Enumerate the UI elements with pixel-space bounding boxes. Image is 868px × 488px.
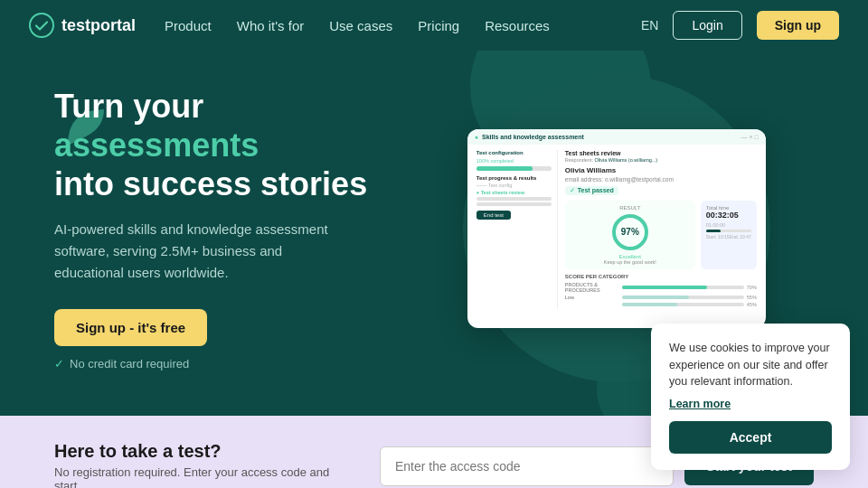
mock-category-row-3: 45% (565, 302, 757, 307)
nav-product[interactable]: Product (165, 18, 212, 33)
mock-time-value: 00:32:05 (706, 211, 751, 220)
mock-score-box: RESULT 97% Excellent Keep up the good wo… (565, 201, 695, 269)
mock-score-circle: 97% (612, 214, 648, 250)
mock-step-1: ─── Test config (476, 183, 552, 188)
mock-scores-section: SCORE PER CATEGORY PRODUCTS & PROCEDURES… (565, 274, 757, 307)
mock-content: Test configuration 100% completed Test p… (476, 150, 757, 309)
mock-progress-fill (476, 166, 533, 171)
mock-cat-label-2: Low (565, 295, 619, 300)
mock-section-review: Test sheets review (565, 150, 757, 156)
mock-right-panel: Test sheets review Respondent: Olivia Wi… (565, 150, 757, 309)
mock-section-title: Test configuration (476, 150, 552, 155)
hero-text: Turn your assessments into success stori… (54, 87, 383, 371)
hero-title-highlight: assessments (54, 127, 259, 164)
cookie-learn-more[interactable]: Learn more (669, 398, 832, 410)
mock-cat-bar-bg-2 (622, 296, 744, 299)
mock-cat-label-1: PRODUCTS & PROCEDURES (565, 282, 619, 293)
nav-resources[interactable]: Resources (485, 18, 550, 33)
mock-cat-bar-bg-3 (622, 303, 744, 306)
mock-time-range: Start: 10:15End: 10:47 (706, 234, 751, 239)
mock-email: email address: o.williamg@testportal.com (565, 176, 757, 183)
take-test-subtitle: No registration required. Enter your acc… (54, 465, 344, 488)
hero-subtitle: AI-powered skills and knowledge assessme… (54, 219, 344, 284)
language-selector[interactable]: EN (641, 18, 658, 33)
hero-title: Turn your assessments into success stori… (54, 87, 383, 204)
take-test-title: Here to take a test? (54, 441, 344, 462)
mock-scores-label: SCORE PER CATEGORY (565, 274, 757, 279)
navbar: testportal Product Who it's for Use case… (0, 0, 868, 51)
mock-name: Olivia Williams (565, 166, 757, 174)
nav-pricing[interactable]: Pricing (418, 18, 459, 33)
hero-image: ● Skills and knowledge assessment — × □ … (420, 129, 814, 328)
mock-time-bar (706, 230, 751, 232)
nav-right: EN Login Sign up (641, 11, 839, 40)
mock-cat-val-1: 70% (747, 285, 757, 290)
signup-hero-button[interactable]: Sign up - it's free (54, 309, 207, 346)
nav-links: Product Who it's for Use cases Pricing R… (165, 18, 612, 33)
login-button[interactable]: Login (673, 11, 741, 40)
mock-cat-bar-fill-2 (622, 296, 689, 299)
mock-result-label: RESULT (571, 205, 690, 211)
mock-respondent: Respondent: Olivia Williams (o.williamg.… (565, 157, 757, 163)
hero-title-prefix: Turn your (54, 88, 203, 125)
mock-mini-bar-1 (476, 197, 552, 201)
mock-category-row-1: PRODUCTS & PROCEDURES 70% (565, 282, 757, 293)
mock-time-bar-fill (706, 230, 722, 232)
mock-category-row-2: Low 55% (565, 295, 757, 300)
hero-title-suffix: into success stories (54, 165, 367, 202)
mock-left-panel: Test configuration 100% completed Test p… (476, 150, 558, 309)
nav-use-cases[interactable]: Use cases (329, 18, 392, 33)
mock-status-badge: ✓ Test passed (565, 186, 618, 195)
cookie-banner: We use cookies to improve your experienc… (651, 324, 850, 470)
mock-cat-val-3: 45% (747, 302, 757, 307)
mock-cat-bar-bg-1 (622, 286, 744, 289)
mock-progress-label: 100% completed (476, 158, 552, 164)
mock-results: RESULT 97% Excellent Keep up the good wo… (565, 201, 757, 269)
mock-step-2: ● Test sheets review (476, 190, 552, 195)
mock-cat-bar-fill-1 (622, 286, 707, 289)
mock-time-box: Total time 00:32:05 01:00:00 Start: 10:1… (701, 201, 757, 269)
take-test-text: Here to take a test? No registration req… (54, 441, 344, 488)
signup-button-nav[interactable]: Sign up (757, 11, 839, 40)
mock-time-details: 01:00:00 (706, 222, 751, 228)
cookie-text: We use cookies to improve your experienc… (669, 340, 832, 390)
dashboard-mockup: ● Skills and knowledge assessment — × □ … (467, 129, 766, 328)
cookie-accept-button[interactable]: Accept (669, 421, 832, 454)
mock-mini-bar-2 (476, 202, 552, 206)
mock-congrats: Keep up the good work! (571, 259, 690, 265)
mock-progress-bar (476, 166, 552, 171)
access-code-input[interactable] (380, 446, 674, 486)
mock-cat-bar-fill-3 (622, 303, 677, 306)
logo-icon (29, 13, 54, 38)
logo[interactable]: testportal (29, 13, 136, 38)
mock-top-bar: ● Skills and knowledge assessment — × □ (467, 129, 766, 145)
nav-who[interactable]: Who it's for (237, 18, 305, 33)
logo-text: testportal (61, 16, 136, 35)
mock-cat-val-2: 55% (747, 295, 757, 300)
no-credit-card-text: No credit card required (54, 357, 383, 371)
mock-progress-section: Test progress & results (476, 175, 552, 181)
svg-point-0 (30, 14, 53, 37)
mock-end-button[interactable]: End test (476, 211, 511, 220)
